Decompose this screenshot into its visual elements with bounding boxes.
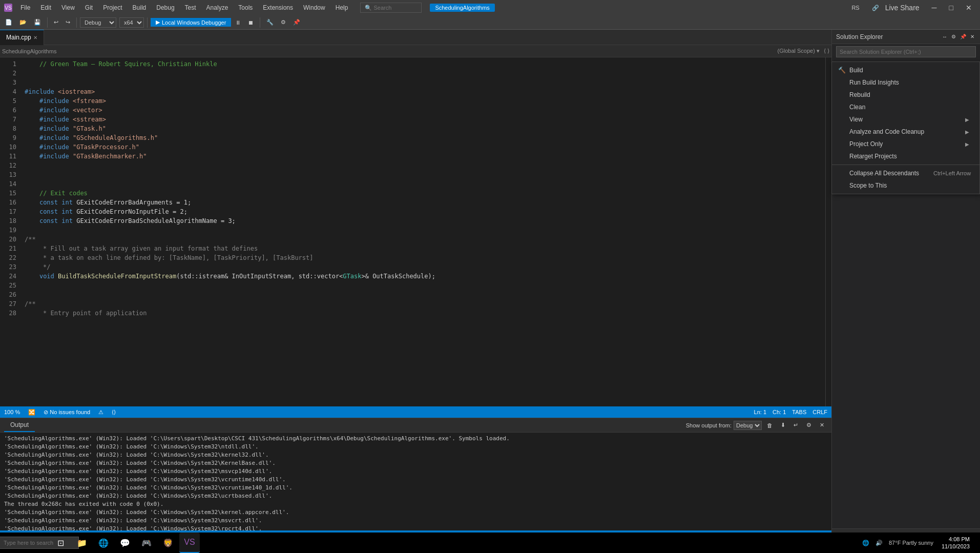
output-settings[interactable]: ⚙ xyxy=(803,421,815,429)
status-ch[interactable]: Ch: 1 xyxy=(773,409,786,415)
menu-analyze[interactable]: Analyze xyxy=(202,3,233,12)
menu-project[interactable]: Project xyxy=(99,3,126,12)
editor-scrollbar[interactable] xyxy=(825,57,831,406)
editor-toolbar: SchedulingAlgorithms (Global Scope) ▾ ⟨ … xyxy=(0,45,831,57)
toolbar-misc3[interactable]: 📌 xyxy=(290,18,303,27)
system-tray: 🌐 🔊 87°F Partly sunny 4:08 PM 11/10/2023 xyxy=(860,536,978,550)
output-close[interactable]: ✕ xyxy=(817,421,827,429)
cm-item-project-only[interactable]: Project Only▶ xyxy=(832,138,979,150)
menu-debug[interactable]: Debug xyxy=(152,3,178,12)
status-crlf[interactable]: CRLF xyxy=(812,409,827,415)
restore-btn[interactable]: □ xyxy=(945,4,957,12)
tray-volume[interactable]: 🔊 xyxy=(873,540,885,546)
taskbar-vs[interactable]: VS xyxy=(179,532,200,553)
taskbar: ⊞ ⊡ 📁 🌐 💬 🎮 🦁 VS 🌐 🔊 87°F Partly sunny 4… xyxy=(0,532,980,553)
taskbar-chrome[interactable]: 🌐 xyxy=(93,532,114,553)
breadcrumb: SchedulingAlgorithms xyxy=(2,48,778,54)
status-ln[interactable]: Ln: 1 xyxy=(754,409,766,415)
scope-dropdown[interactable]: (Global Scope) ▾ xyxy=(778,48,820,54)
se-btn-close[interactable]: ✕ xyxy=(969,33,976,40)
output-content: 'SchedulingAlgorithms.exe' (Win32): Load… xyxy=(0,433,831,530)
taskbar-app1[interactable]: 🎮 xyxy=(136,532,157,553)
output-source-select[interactable]: Debug xyxy=(734,421,762,430)
se-btn-pin[interactable]: 📌 xyxy=(958,33,968,40)
toolbar-separator-1 xyxy=(47,17,48,28)
taskbar-icons: ⊡ 📁 🌐 💬 🎮 🦁 VS xyxy=(29,532,200,553)
output-wrap[interactable]: ↵ xyxy=(790,421,801,429)
taskbar-discord[interactable]: 💬 xyxy=(115,532,135,553)
output-tab[interactable]: Output xyxy=(4,419,35,432)
taskbar-task-view[interactable]: ⊡ xyxy=(50,532,71,553)
cm-item-collapse-all-descendants[interactable]: Collapse All DescendantsCtrl+Left Arrow xyxy=(832,167,979,179)
toolbar-new[interactable]: 📄 xyxy=(2,18,15,27)
menu-git[interactable]: Git xyxy=(81,3,97,12)
cm-label: Build xyxy=(849,67,863,74)
toolbar-pause[interactable]: ⏸ xyxy=(232,18,244,27)
toolbar-undo[interactable]: ↩ xyxy=(51,18,61,27)
output-header: Output Show output from: Debug 🗑 ⬇ ↵ ⚙ ✕ xyxy=(0,418,831,433)
run-debugger-btn[interactable]: ▶ Local Windows Debugger xyxy=(151,18,231,27)
taskbar-brave[interactable]: 🦁 xyxy=(158,532,178,553)
global-search-input[interactable] xyxy=(360,3,422,13)
se-search-input[interactable] xyxy=(836,46,976,57)
cm-item-run-build-insights[interactable]: Run Build Insights xyxy=(832,76,979,89)
cm-label: Analyze and Code Cleanup xyxy=(849,128,924,135)
minimize-btn[interactable]: ─ xyxy=(928,4,941,12)
window-controls: RS 🔗 Live Share ─ □ ✕ xyxy=(847,4,976,12)
live-share[interactable]: 🔗 Live Share xyxy=(872,4,924,12)
taskbar-search[interactable] xyxy=(29,532,49,553)
toolbar-misc2[interactable]: ⚙ xyxy=(278,18,289,27)
menu-edit[interactable]: Edit xyxy=(36,3,55,12)
config-select[interactable]: Debug Release xyxy=(80,17,116,28)
platform-select[interactable]: x64 x86 xyxy=(119,17,144,28)
cm-arrow-icon: ▶ xyxy=(965,129,969,135)
doc-tabs: Main.cpp ✕ xyxy=(0,30,831,45)
menu-view[interactable]: View xyxy=(57,3,79,12)
cm-item-retarget-projects[interactable]: Retarget Projects xyxy=(832,150,979,162)
editor-status-bar: 100 % 🔀 ⊘ No issues found ⚠ ⟨⟩ Ln: 1 Ch:… xyxy=(0,406,831,418)
cm-item-analyze-and-code-cleanup[interactable]: Analyze and Code Cleanup▶ xyxy=(832,126,979,138)
context-menu: 🔨BuildRun Build InsightsRebuildCleanView… xyxy=(831,62,980,194)
menu-build[interactable]: Build xyxy=(129,3,151,12)
cm-label: Project Only xyxy=(849,140,883,148)
cm-item-clean[interactable]: Clean xyxy=(832,101,979,113)
doc-tab-main-cpp[interactable]: Main.cpp ✕ xyxy=(0,30,44,45)
line-numbers: 1234567891011121314151617181920212223242… xyxy=(0,57,20,406)
tab-close-btn[interactable]: ✕ xyxy=(33,35,37,40)
tray-weather[interactable]: 87°F Partly sunny xyxy=(887,540,935,546)
cm-item-view[interactable]: View▶ xyxy=(832,113,979,126)
menu-extensions[interactable]: Extensions xyxy=(259,3,297,12)
app-icon: VS xyxy=(4,4,12,12)
toolbar-open[interactable]: 📂 xyxy=(16,18,30,27)
cm-item-build[interactable]: 🔨Build xyxy=(832,64,979,76)
menu-tools[interactable]: Tools xyxy=(234,3,257,12)
code-content[interactable]: // Green Team – Robert Squires, Christia… xyxy=(20,57,825,406)
taskbar-file-explorer[interactable]: 📁 xyxy=(72,532,92,553)
toolbar-save[interactable]: 💾 xyxy=(31,18,44,27)
output-clear-btn[interactable]: 🗑 xyxy=(764,421,776,429)
main-layout: Main.cpp ✕ SchedulingAlgorithms (Global … xyxy=(0,30,980,542)
scroll-controls[interactable]: ⟨ ⟩ xyxy=(824,48,829,54)
solution-explorer: Solution Explorer ↔ ⚙ 📌 ✕ 📁 Solution 'Sc… xyxy=(831,30,980,542)
se-btn-sync[interactable]: ↔ xyxy=(941,33,949,40)
menu-test[interactable]: Test xyxy=(181,3,200,12)
toolbar-separator-3 xyxy=(147,17,148,28)
toolbar-stop[interactable]: ⏹ xyxy=(245,18,257,27)
cm-item-rebuild[interactable]: Rebuild xyxy=(832,89,979,101)
se-btn-props[interactable]: ⚙ xyxy=(950,33,957,40)
zoom-level[interactable]: 100 % xyxy=(4,409,20,415)
menu-window[interactable]: Window xyxy=(299,3,329,12)
menu-file[interactable]: File xyxy=(16,3,34,12)
toolbar-redo[interactable]: ↪ xyxy=(62,18,73,27)
output-scroll-end[interactable]: ⬇ xyxy=(778,421,788,429)
se-header: Solution Explorer ↔ ⚙ 📌 ✕ xyxy=(832,30,980,44)
menu-help[interactable]: Help xyxy=(331,3,352,12)
cm-item-scope-to-this[interactable]: Scope to This xyxy=(832,179,979,192)
toolbar-misc1[interactable]: 🔧 xyxy=(263,18,277,27)
tray-clock[interactable]: 4:08 PM 11/10/2023 xyxy=(937,536,974,550)
toolbar-separator-2 xyxy=(76,17,77,28)
warnings-icon: ⚠ xyxy=(98,409,103,416)
status-tabs[interactable]: TABS xyxy=(792,409,806,415)
close-btn[interactable]: ✕ xyxy=(962,4,976,12)
tray-network[interactable]: 🌐 xyxy=(860,540,871,546)
